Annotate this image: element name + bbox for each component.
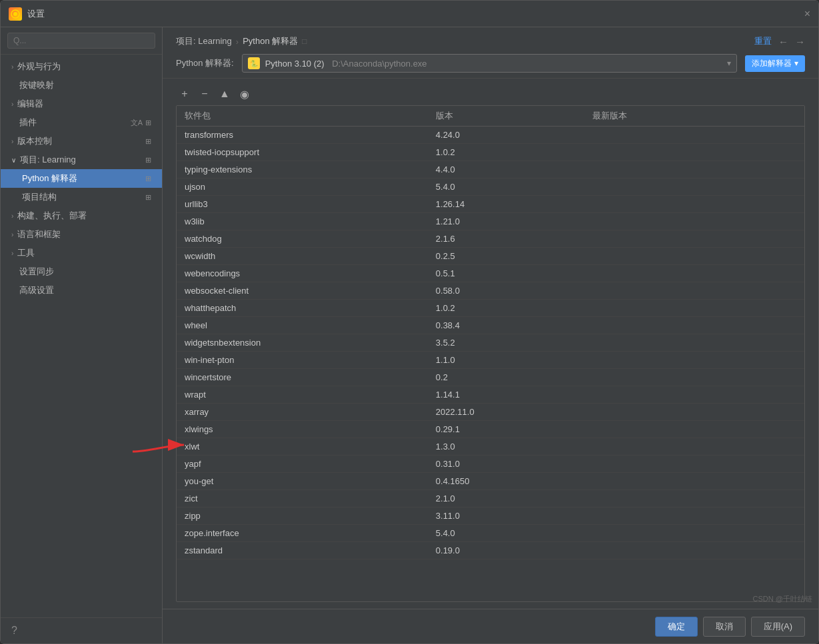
back-button[interactable]: ←	[778, 36, 788, 47]
sidebar-item-label: 工具	[17, 247, 35, 259]
ok-button[interactable]: 确定	[655, 617, 698, 637]
pin-icon: ⊞	[145, 137, 151, 146]
pin-icon: ⊞	[145, 174, 151, 183]
help-icon[interactable]: ?	[11, 625, 17, 636]
table-row[interactable]: websocket-client0.58.0	[177, 282, 804, 300]
package-name: twisted-iocpsupport	[177, 144, 428, 161]
package-name: xarray	[177, 404, 428, 421]
search-input[interactable]	[7, 33, 155, 49]
sidebar-item-editor[interactable]: › 编辑器	[1, 95, 162, 113]
package-name: widgetsnbextension	[177, 334, 428, 352]
table-row[interactable]: twisted-iocpsupport1.0.2	[177, 144, 804, 161]
table-row[interactable]: ujson5.4.0	[177, 178, 804, 196]
sidebar-item-sync[interactable]: 设置同步	[1, 262, 162, 281]
table-row[interactable]: whatthepatch1.0.2	[177, 300, 804, 317]
arrow-icon: ›	[11, 231, 13, 238]
up-button[interactable]: ▲	[216, 85, 233, 103]
package-version: 0.4.1650	[428, 473, 585, 490]
remove-package-button[interactable]: −	[196, 85, 213, 103]
package-latest	[584, 490, 804, 507]
table-row[interactable]: zict2.1.0	[177, 490, 804, 507]
close-button[interactable]: ×	[804, 8, 810, 20]
table-row[interactable]: zipp3.11.0	[177, 507, 804, 525]
sidebar-item-label: 外观与行为	[17, 61, 61, 73]
package-latest	[584, 213, 804, 230]
arrow-icon: ›	[11, 63, 13, 71]
table-row[interactable]: xarray2022.11.0	[177, 404, 804, 421]
package-name: zipp	[177, 507, 428, 525]
table-row[interactable]: wrapt1.14.1	[177, 386, 804, 404]
sidebar-item-plugins[interactable]: 插件 文A ⊞	[1, 113, 162, 132]
sidebar-item-python-interpreter[interactable]: Python 解释器 ⊞	[1, 169, 162, 188]
interpreter-row: Python 解释器: 🐍 Python 3.10 (2) D:\Anacond…	[176, 54, 805, 73]
table-row[interactable]: webencodings0.5.1	[177, 265, 804, 282]
sidebar-search-area	[1, 27, 162, 55]
table-row[interactable]: wincertstore0.2	[177, 369, 804, 386]
table-row[interactable]: xlwt1.3.0	[177, 438, 804, 456]
package-table: 软件包 版本 最新版本 transformers4.24.0twisted-io…	[177, 106, 804, 559]
sidebar: › 外观与行为 按键映射 › 编辑器 插件 文A ⊞	[1, 27, 163, 643]
breadcrumb-separator: ›	[236, 37, 239, 47]
table-row[interactable]: widgetsnbextension3.5.2	[177, 334, 804, 352]
sidebar-item-vcs[interactable]: › 版本控制 ⊞	[1, 132, 162, 151]
package-latest	[584, 525, 804, 542]
sidebar-item-label: 插件	[19, 117, 37, 129]
main-header: 项目: Learning › Python 解释器 □ 重置 ← → Pytho…	[163, 27, 818, 79]
table-row[interactable]: urllib31.26.14	[177, 196, 804, 213]
package-name: wincertstore	[177, 369, 428, 386]
breadcrumb: 项目: Learning › Python 解释器 □ 重置 ← →	[176, 35, 805, 47]
add-package-button[interactable]: +	[176, 85, 193, 103]
table-row[interactable]: you-get0.4.1650	[177, 473, 804, 490]
table-row[interactable]: watchdog2.1.6	[177, 230, 804, 248]
package-version: 0.5.1	[428, 265, 585, 282]
sidebar-item-label: 设置同步	[19, 266, 54, 278]
pin-icon: □	[302, 37, 307, 46]
sidebar-item-keymap[interactable]: 按键映射	[1, 76, 162, 95]
package-latest	[584, 334, 804, 352]
table-row[interactable]: zope.interface5.4.0	[177, 525, 804, 542]
watermark: CSDN @千叶结链	[753, 594, 812, 604]
settings-window: 设置 × › 外观与行为 按键映射 › 编辑器	[0, 0, 819, 644]
forward-button[interactable]: →	[795, 36, 805, 47]
table-row[interactable]: transformers4.24.0	[177, 127, 804, 144]
table-row[interactable]: win-inet-pton1.1.0	[177, 352, 804, 369]
sidebar-item-languages[interactable]: › 语言和框架	[1, 225, 162, 244]
table-row[interactable]: wcwidth0.2.5	[177, 248, 804, 265]
sidebar-item-advanced[interactable]: 高级设置	[1, 281, 162, 300]
package-name: websocket-client	[177, 282, 428, 300]
add-interpreter-button[interactable]: 添加解释器 ▾	[745, 55, 805, 72]
sidebar-item-appearance[interactable]: › 外观与行为	[1, 57, 162, 76]
col-latest: 最新版本	[584, 106, 804, 127]
package-latest	[584, 456, 804, 473]
sidebar-item-tools[interactable]: › 工具	[1, 244, 162, 262]
interpreter-select[interactable]: 🐍 Python 3.10 (2) D:\Anaconda\python.exe…	[242, 54, 737, 73]
table-row[interactable]: wheel0.38.4	[177, 317, 804, 334]
sidebar-item-project[interactable]: ∨ 项目: Learning ⊞	[1, 151, 162, 169]
footer: 确定 取消 应用(A)	[163, 609, 818, 643]
package-version: 1.1.0	[428, 352, 585, 369]
eye-button[interactable]: ◉	[236, 85, 253, 103]
package-version: 5.4.0	[428, 525, 585, 542]
arrow-icon: ∨	[11, 157, 16, 164]
table-row[interactable]: w3lib1.21.0	[177, 213, 804, 230]
reset-button[interactable]: 重置	[754, 35, 772, 47]
package-name: zope.interface	[177, 525, 428, 542]
package-version: 1.0.2	[428, 144, 585, 161]
package-version: 0.29.1	[428, 421, 585, 438]
sidebar-item-project-structure[interactable]: 项目结构 ⊞	[1, 188, 162, 206]
cancel-button[interactable]: 取消	[703, 617, 746, 637]
apply-button[interactable]: 应用(A)	[751, 617, 805, 637]
interpreter-label: Python 解释器:	[176, 57, 234, 69]
table-row[interactable]: typing-extensions4.4.0	[177, 161, 804, 178]
package-version: 5.4.0	[428, 178, 585, 196]
sidebar-item-label: 语言和框架	[17, 228, 61, 240]
package-area: + − ▲ ◉ ⟳ 软件包 版本 最新版本	[163, 79, 818, 609]
sidebar-item-build[interactable]: › 构建、执行、部署	[1, 206, 162, 225]
package-name: yapf	[177, 456, 428, 473]
table-row[interactable]: xlwings0.29.1	[177, 421, 804, 438]
table-row[interactable]: zstandard0.19.0	[177, 542, 804, 559]
package-version: 4.4.0	[428, 161, 585, 178]
table-row[interactable]: yapf0.31.0	[177, 456, 804, 473]
dropdown-caret-icon: ▾	[727, 59, 731, 68]
translate-icon: 文A	[131, 118, 143, 128]
